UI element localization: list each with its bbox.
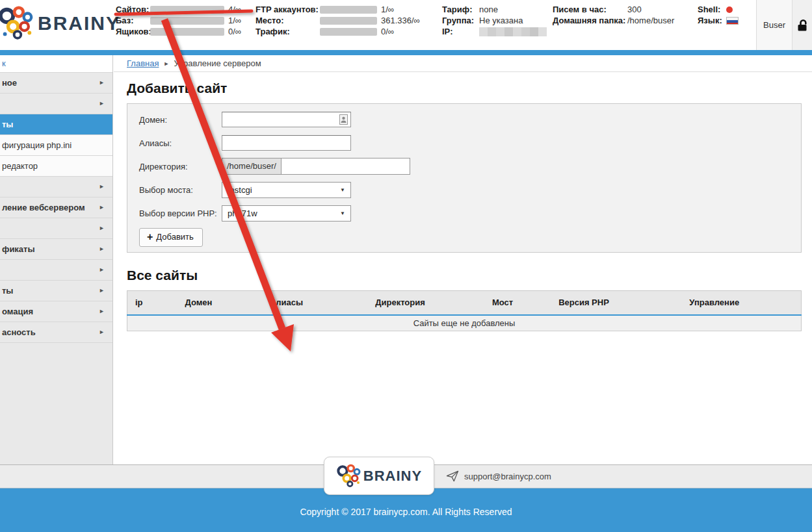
- stat-value: 0/∞: [228, 27, 241, 36]
- aliases-input[interactable]: [222, 135, 351, 151]
- sidebar-item-1[interactable]: ное►: [0, 73, 112, 94]
- stat-label: Домашняя папка:: [553, 16, 627, 25]
- stat-label: FTP аккаунтов:: [255, 5, 320, 14]
- stat-value: 1/∞: [228, 16, 241, 25]
- chevron-right-icon: ►: [99, 197, 105, 218]
- footer-brand-name: BRAINY: [363, 468, 422, 485]
- sidebar-item-certificates[interactable]: фикаты►: [0, 239, 112, 260]
- add-site-button[interactable]: + Добавить: [139, 228, 203, 247]
- plus-icon: +: [147, 231, 153, 243]
- sidebar-item-11[interactable]: ты►: [0, 281, 112, 301]
- main-content: Главная ► Управление сервером Добавить с…: [114, 55, 812, 464]
- language-label: Язык:: [698, 16, 726, 25]
- sidebar-item-automation[interactable]: омация►: [0, 301, 112, 322]
- brand-name: BRAINY: [38, 12, 120, 34]
- domain-label: Домен:: [139, 115, 222, 125]
- empty-state-text: Сайты еще не добавлены: [127, 315, 802, 331]
- mail-column: Писем в час:300 Домашняя папка:/home/bus…: [553, 5, 674, 27]
- col-bridge: Мост: [465, 291, 540, 315]
- stat-label: Место:: [255, 16, 320, 25]
- username: Buser: [763, 20, 785, 30]
- stat-label: Писем в час:: [553, 5, 627, 14]
- sidebar-item-2[interactable]: ►: [0, 94, 112, 114]
- col-ip: ip: [127, 291, 160, 315]
- chevron-right-icon: ►: [99, 281, 105, 301]
- chevron-right-icon: ►: [99, 322, 105, 342]
- brainy-logo: BRAINY: [0, 5, 120, 42]
- col-aliases: Алиасы: [238, 291, 335, 315]
- chevron-right-icon: ►: [99, 218, 105, 238]
- copyright-text: Copyright © 2017 brainycp.com. All Right…: [300, 507, 512, 532]
- empty-state-row: Сайты еще не добавлены: [127, 315, 802, 331]
- logout-button[interactable]: [792, 0, 812, 50]
- progress-bar: [320, 28, 377, 36]
- sidebar-item-8[interactable]: ►: [0, 218, 112, 239]
- progress-bar: [320, 17, 377, 25]
- gear-brain-icon: [0, 5, 35, 42]
- add-site-form: Домен: Алиасы: Директория: /home/buser/: [127, 103, 802, 253]
- php-version-label: Выбор версии PHP:: [139, 209, 222, 218]
- sidebar-item-editor[interactable]: редактор: [0, 156, 112, 177]
- sidebar-item-0[interactable]: к: [0, 55, 112, 73]
- tariff-value: none: [479, 5, 498, 14]
- unlock-icon: [795, 18, 809, 32]
- progress-bar: [150, 17, 224, 25]
- bridge-label: Выбор моста:: [139, 185, 222, 195]
- chevron-right-icon: ►: [99, 177, 105, 197]
- stat-value: 1/∞: [381, 5, 394, 14]
- breadcrumb: Главная ► Управление сервером: [114, 55, 812, 72]
- sidebar-item-php-ini[interactable]: фигурация php.ini: [0, 135, 112, 156]
- stat-value: 0/∞: [381, 27, 394, 36]
- bridge-select[interactable]: fastcgi ▼: [222, 182, 351, 198]
- breadcrumb-current: Управление сервером: [174, 58, 261, 68]
- header-accent-bar: [0, 50, 812, 55]
- aliases-label: Алиасы:: [139, 138, 222, 148]
- shell-language-column: Shell: Язык:: [698, 5, 739, 27]
- shell-label: Shell:: [698, 5, 726, 14]
- breadcrumb-separator-icon: ►: [163, 60, 169, 67]
- chevron-right-icon: ►: [99, 260, 105, 280]
- progress-bar: [150, 6, 224, 14]
- all-sites-title: Все сайты: [127, 268, 802, 283]
- stat-label: Тариф:: [442, 5, 479, 14]
- footer-logo-card: BRAINY: [324, 457, 434, 495]
- russian-flag-icon[interactable]: [726, 17, 739, 25]
- autofill-icon: [339, 114, 348, 125]
- progress-bar: [320, 6, 377, 14]
- progress-bar: [150, 28, 224, 36]
- sidebar-item-sites-selected[interactable]: ты: [0, 114, 112, 135]
- account-column: Тариф:none Группа:Не указана IP:: [442, 5, 547, 38]
- shell-status-icon: [726, 6, 733, 13]
- chevron-right-icon: ►: [99, 73, 105, 93]
- support-email-link[interactable]: support@brainycp.com: [464, 472, 551, 481]
- sidebar-menu: к ное► ► ты фигурация php.ini редактор ►…: [0, 55, 113, 464]
- directory-input[interactable]: [281, 158, 410, 175]
- quota-column-sites: Сайтов:4/∞ Баз:1/∞ Ящиков:0/∞: [116, 5, 241, 38]
- col-directory: Директория: [335, 291, 465, 315]
- sidebar-item-security[interactable]: асность►: [0, 322, 112, 343]
- col-domain: Домен: [160, 291, 238, 315]
- sidebar-item-6[interactable]: ►: [0, 177, 112, 197]
- breadcrumb-home-link[interactable]: Главная: [127, 58, 159, 68]
- stat-label: Ящиков:: [116, 27, 150, 36]
- paper-plane-icon: [446, 470, 459, 482]
- chevron-right-icon: ►: [99, 301, 105, 322]
- quota-column-ftp: FTP аккаунтов:1/∞ Место:361.336/∞ Трафик…: [255, 5, 420, 38]
- domain-input[interactable]: [222, 112, 351, 127]
- sidebar-item-10[interactable]: ►: [0, 260, 112, 281]
- caret-down-icon: ▼: [340, 187, 345, 193]
- sites-table: ip Домен Алиасы Директория Мост Версия P…: [127, 290, 802, 331]
- stat-label: Трафик:: [255, 27, 320, 36]
- col-php-version: Версия PHP: [540, 291, 628, 315]
- support-contact: support@brainycp.com: [446, 464, 551, 488]
- user-menu[interactable]: Buser: [756, 0, 792, 50]
- home-folder-value: /home/buser: [627, 16, 674, 25]
- sidebar-filler: [0, 343, 112, 464]
- stat-label: Сайтов:: [116, 5, 150, 14]
- php-version-select[interactable]: php71w ▼: [222, 205, 351, 222]
- sidebar-item-webserver[interactable]: ление вебсервером►: [0, 197, 112, 218]
- bridge-selected-value: fastcgi: [228, 185, 252, 195]
- redacted-ip-value: [479, 27, 547, 36]
- add-site-title: Добавить сайт: [127, 81, 802, 96]
- stat-label: IP:: [442, 27, 479, 36]
